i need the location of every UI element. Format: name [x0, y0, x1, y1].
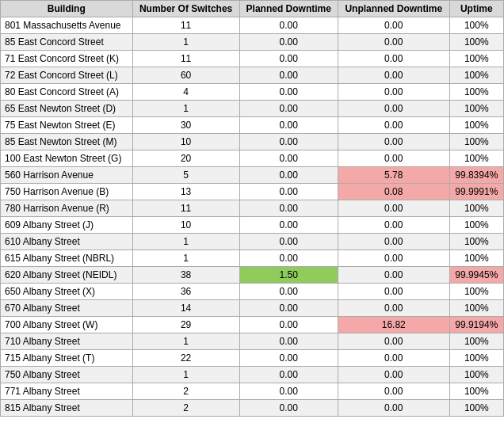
building-name: 650 Albany Street (X) [1, 284, 133, 300]
switches-count: 1 [132, 333, 239, 350]
unplanned-downtime: 0.00 [338, 383, 450, 400]
table-row: 815 Albany Street20.000.00100% [1, 400, 504, 417]
switches-count: 1 [132, 101, 239, 117]
building-name: 750 Albany Street [1, 367, 133, 383]
unplanned-downtime: 0.00 [338, 250, 450, 267]
uptime-value: 100% [449, 250, 503, 267]
planned-downtime: 0.00 [239, 217, 338, 234]
uptime-value: 100% [449, 17, 503, 34]
planned-downtime: 0.00 [239, 51, 338, 67]
switches-count: 2 [132, 383, 239, 400]
uptime-value: 99.9194% [449, 317, 503, 333]
switches-count: 13 [132, 184, 239, 200]
planned-downtime: 0.00 [239, 234, 338, 250]
column-header: Planned Downtime [239, 1, 338, 17]
unplanned-downtime: 0.00 [338, 34, 450, 51]
table-row: 75 East Newton Street (E)300.000.00100% [1, 117, 504, 134]
column-header: Building [1, 1, 133, 17]
switches-count: 29 [132, 317, 239, 333]
uptime-value: 100% [449, 350, 503, 367]
switches-count: 4 [132, 84, 239, 101]
switches-count: 1 [132, 367, 239, 383]
planned-downtime: 0.00 [239, 67, 338, 84]
column-header: Unplanned Downtime [338, 1, 450, 17]
switches-count: 1 [132, 234, 239, 250]
unplanned-downtime: 0.00 [338, 17, 450, 34]
table-row: 85 East Newton Street (M)100.000.00100% [1, 134, 504, 150]
unplanned-downtime: 0.00 [338, 134, 450, 150]
table-row: 780 Harrison Avenue (R)110.000.00100% [1, 200, 504, 217]
table-row: 85 East Concord Street10.000.00100% [1, 34, 504, 51]
unplanned-downtime: 0.00 [338, 200, 450, 217]
switches-count: 2 [132, 400, 239, 417]
table-row: 750 Harrison Avenue (B)130.000.0899.9991… [1, 184, 504, 200]
building-name: 750 Harrison Avenue (B) [1, 184, 133, 200]
table-row: 609 Albany Street (J)100.000.00100% [1, 217, 504, 234]
planned-downtime: 0.00 [239, 150, 338, 167]
uptime-value: 100% [449, 101, 503, 117]
planned-downtime: 0.00 [239, 400, 338, 417]
uptime-value: 100% [449, 300, 503, 317]
table-row: 710 Albany Street10.000.00100% [1, 333, 504, 350]
planned-downtime: 0.00 [239, 383, 338, 400]
building-name: 71 East Concord Street (K) [1, 51, 133, 67]
uptime-value: 100% [449, 400, 503, 417]
table-row: 615 Albany Street (NBRL)10.000.00100% [1, 250, 504, 267]
unplanned-downtime: 0.00 [338, 234, 450, 250]
unplanned-downtime: 0.00 [338, 67, 450, 84]
table-row: 670 Albany Street140.000.00100% [1, 300, 504, 317]
planned-downtime: 0.00 [239, 300, 338, 317]
switches-count: 11 [132, 51, 239, 67]
building-name: 801 Massachusetts Avenue [1, 17, 133, 34]
table-row: 771 Albany Street20.000.00100% [1, 383, 504, 400]
uptime-value: 100% [449, 34, 503, 51]
unplanned-downtime: 0.00 [338, 117, 450, 134]
uptime-value: 100% [449, 217, 503, 234]
uptime-value: 100% [449, 150, 503, 167]
column-header: Uptime [449, 1, 503, 17]
planned-downtime: 0.00 [239, 101, 338, 117]
uptime-value: 99.9991% [449, 184, 503, 200]
planned-downtime: 0.00 [239, 167, 338, 184]
unplanned-downtime: 0.00 [338, 400, 450, 417]
building-name: 85 East Newton Street (M) [1, 134, 133, 150]
unplanned-downtime: 0.00 [338, 267, 450, 284]
building-name: 780 Harrison Avenue (R) [1, 200, 133, 217]
building-name: 609 Albany Street (J) [1, 217, 133, 234]
uptime-value: 99.9945% [449, 267, 503, 284]
building-name: 620 Albany Street (NEIDL) [1, 267, 133, 284]
building-name: 710 Albany Street [1, 333, 133, 350]
unplanned-downtime: 0.00 [338, 51, 450, 67]
uptime-value: 100% [449, 367, 503, 383]
table-row: 620 Albany Street (NEIDL)381.500.0099.99… [1, 267, 504, 284]
switches-count: 10 [132, 134, 239, 150]
planned-downtime: 0.00 [239, 333, 338, 350]
planned-downtime: 0.00 [239, 250, 338, 267]
uptime-value: 100% [449, 234, 503, 250]
switches-count: 11 [132, 200, 239, 217]
table-row: 610 Albany Street10.000.00100% [1, 234, 504, 250]
unplanned-downtime: 0.08 [338, 184, 450, 200]
planned-downtime: 0.00 [239, 17, 338, 34]
uptime-value: 99.8394% [449, 167, 503, 184]
building-name: 610 Albany Street [1, 234, 133, 250]
building-name: 85 East Concord Street [1, 34, 133, 51]
uptime-value: 100% [449, 284, 503, 300]
unplanned-downtime: 0.00 [338, 284, 450, 300]
building-name: 815 Albany Street [1, 400, 133, 417]
table-row: 65 East Newton Street (D)10.000.00100% [1, 101, 504, 117]
building-name: 670 Albany Street [1, 300, 133, 317]
building-name: 65 East Newton Street (D) [1, 101, 133, 117]
planned-downtime: 0.00 [239, 34, 338, 51]
building-name: 771 Albany Street [1, 383, 133, 400]
switches-count: 38 [132, 267, 239, 284]
switches-count: 1 [132, 250, 239, 267]
uptime-value: 100% [449, 333, 503, 350]
planned-downtime: 0.00 [239, 367, 338, 383]
building-name: 700 Albany Street (W) [1, 317, 133, 333]
table-row: 650 Albany Street (X)360.000.00100% [1, 284, 504, 300]
planned-downtime: 0.00 [239, 317, 338, 333]
planned-downtime: 0.00 [239, 184, 338, 200]
unplanned-downtime: 0.00 [338, 84, 450, 101]
unplanned-downtime: 0.00 [338, 350, 450, 367]
